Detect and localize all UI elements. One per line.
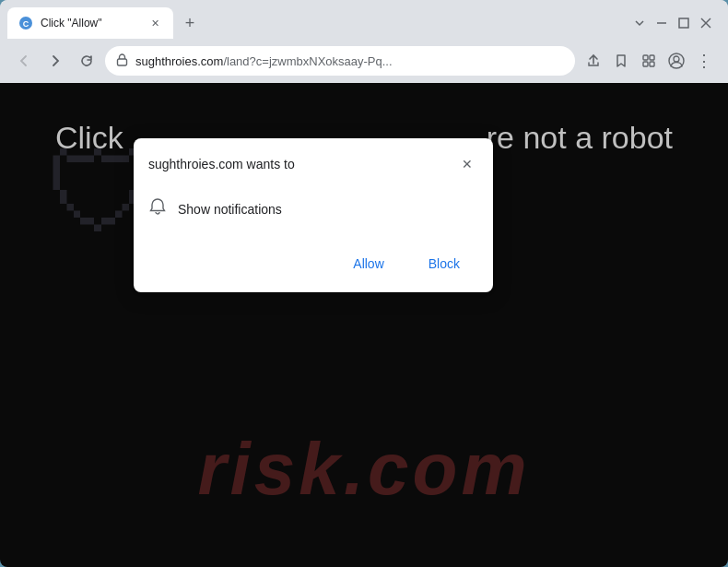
block-button[interactable]: Block [410,250,478,278]
close-button[interactable] [699,16,713,30]
notification-row: Show notifications [148,190,478,228]
bell-icon [148,197,167,220]
menu-icon[interactable]: ⋮ [691,48,717,74]
new-tab-button[interactable]: + [177,10,203,36]
back-button[interactable] [11,48,37,74]
bookmark-icon[interactable] [608,48,634,74]
minimize-button[interactable] [654,16,669,30]
notification-dialog: sughthroies.com wants to ✕ Show notifica… [134,138,493,292]
url-display: sughthroies.com/land?c=jzwmbxNXoksaay-Pq… [135,54,564,68]
forward-button[interactable] [42,48,68,74]
browser-tab[interactable]: C Click "Allow" ✕ [7,7,173,39]
extensions-icon[interactable] [636,48,662,74]
allow-button[interactable]: Allow [335,250,402,278]
lock-icon [116,53,128,69]
dialog-buttons: Allow Block [134,242,493,292]
svg-text:C: C [23,19,29,29]
tab-title: Click "Allow" [41,17,140,30]
share-icon[interactable] [581,48,606,74]
tab-favicon: C [18,16,33,30]
svg-rect-10 [650,62,654,66]
page-content: Click re not a robot 🛡 risk.com sughthro… [0,83,728,567]
dialog-title: sughthroies.com wants to [148,157,295,171]
profile-icon[interactable] [663,48,689,74]
restore-button[interactable] [676,16,691,30]
dialog-close-button[interactable]: ✕ [456,153,478,175]
svg-rect-7 [643,55,648,60]
svg-rect-6 [118,59,127,65]
address-bar[interactable]: sughthroies.com/land?c=jzwmbxNXoksaay-Pq… [105,46,575,76]
reload-button[interactable] [74,48,100,74]
svg-rect-8 [650,55,654,60]
chevron-icon[interactable] [632,16,647,30]
tab-close-button[interactable]: ✕ [147,16,162,30]
svg-rect-3 [679,18,688,28]
page-robot-text: re not a robot [487,120,673,156]
svg-rect-9 [643,62,648,66]
notification-label: Show notifications [178,202,282,217]
svg-point-12 [674,56,679,62]
